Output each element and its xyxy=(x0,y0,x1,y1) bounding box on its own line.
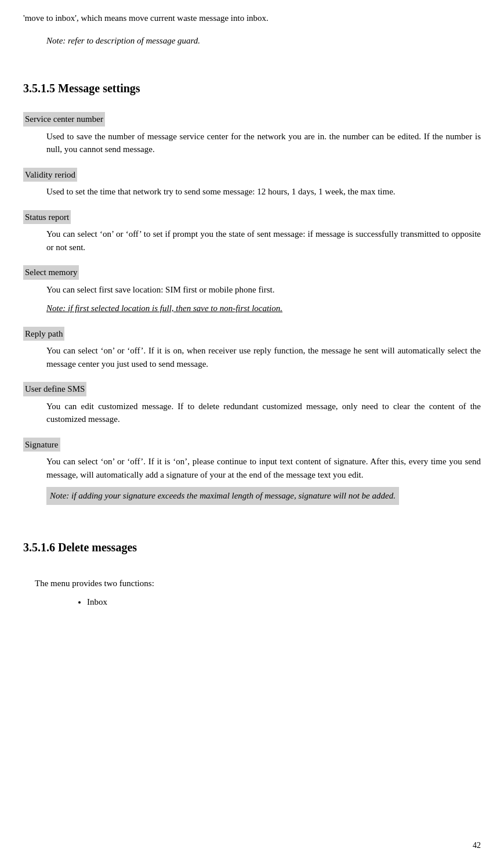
validity-body: Used to set the time that network try to… xyxy=(46,185,481,198)
intro-note: Note: refer to description of message gu… xyxy=(46,34,481,48)
user-define-sms-body: You can edit customized message. If to d… xyxy=(46,400,481,426)
select-memory-label: Select memory xyxy=(23,265,79,280)
status-report-body: You can select ‘on’ or ‘off’ to set if p… xyxy=(46,228,481,254)
select-memory-body: You can select first save location: SIM … xyxy=(46,283,481,297)
delete-bullet-list: Inbox xyxy=(52,595,481,609)
user-define-sms-section: User define SMS You can edit customized … xyxy=(23,376,481,426)
signature-note: Note: if adding your signature exceeds t… xyxy=(46,487,399,505)
signature-section: Signature You can select ‘on’ or ‘off’. … xyxy=(23,432,481,511)
service-center-body: Used to save the number of message servi… xyxy=(46,130,481,156)
page-number: 42 xyxy=(473,839,481,851)
list-item: Inbox xyxy=(87,595,481,609)
service-center-section: Service center number Used to save the n… xyxy=(23,106,481,156)
select-memory-section: Select memory You can select first save … xyxy=(23,259,481,315)
delete-intro: The menu provides two functions: xyxy=(35,577,481,590)
user-define-sms-label: User define SMS xyxy=(23,382,86,396)
validity-label: Validity reriod xyxy=(23,168,77,182)
reply-path-body: You can select ‘on’ or ‘off’. If it is o… xyxy=(46,344,481,370)
reply-path-label: Reply path xyxy=(23,327,64,341)
select-memory-note: Note: if first selected location is full… xyxy=(46,302,481,315)
validity-section: Validity reriod Used to set the time tha… xyxy=(23,162,481,198)
intro-text: 'move to inbox', which means move curren… xyxy=(23,12,481,25)
signature-label: Signature xyxy=(23,438,60,452)
reply-path-section: Reply path You can select ‘on’ or ‘off’.… xyxy=(23,321,481,371)
service-center-label: Service center number xyxy=(23,112,105,127)
signature-body: You can select ‘on’ or ‘off’. If it is ‘… xyxy=(46,455,481,481)
section-351-heading: 3.5.1.5 Message settings xyxy=(23,80,481,97)
status-report-label: Status report xyxy=(23,210,71,225)
section-352-heading: 3.5.1.6 Delete messages xyxy=(23,539,481,556)
status-report-section: Status report You can select ‘on’ or ‘of… xyxy=(23,204,481,254)
